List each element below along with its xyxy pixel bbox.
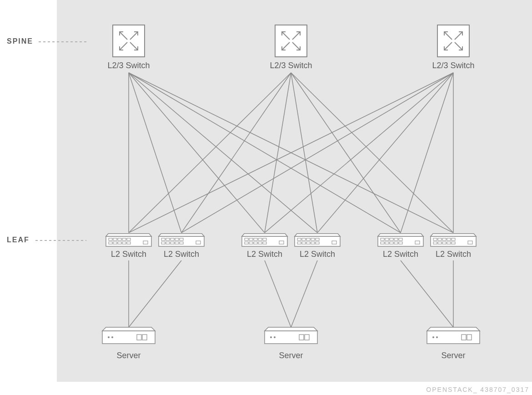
spine-switch <box>275 25 307 57</box>
leaf-switch <box>431 234 476 246</box>
leaf-switch <box>159 234 204 246</box>
link-leaf-server <box>401 260 453 327</box>
server-layer: ServerServerServer <box>102 327 480 360</box>
link-spine-leaf <box>265 73 453 233</box>
spine-layer: L2/3 SwitchL2/3 SwitchL2/3 Switch <box>107 25 474 70</box>
leaf-switch-label: L2 Switch <box>383 250 418 259</box>
link-spine-leaf <box>129 73 401 233</box>
leaf-switch-label: L2 Switch <box>111 250 146 259</box>
leaf-switch <box>295 234 340 246</box>
link-spine-leaf <box>291 73 453 233</box>
link-spine-leaf <box>291 73 317 233</box>
leaf-switch-label: L2 Switch <box>300 250 335 259</box>
link-spine-leaf <box>265 73 291 233</box>
link-spine-leaf <box>291 73 401 233</box>
links-spine-leaf <box>129 73 453 233</box>
server <box>427 327 480 344</box>
spine-switch <box>437 25 469 57</box>
server-label: Server <box>116 351 141 360</box>
leaf-switch <box>378 234 423 246</box>
link-spine-leaf <box>181 73 291 233</box>
link-leaf-server <box>291 260 317 327</box>
leaf-switch-label: L2 Switch <box>436 250 471 259</box>
link-spine-leaf <box>129 73 291 233</box>
server <box>102 327 155 344</box>
link-spine-leaf <box>129 73 181 233</box>
spine-switch-label: L2/3 Switch <box>107 61 150 70</box>
spine-switch <box>113 25 145 57</box>
leaf-switch-label: L2 Switch <box>247 250 282 259</box>
topology-svg: L2/3 SwitchL2/3 SwitchL2/3 Switch L2 Swi… <box>0 0 532 395</box>
link-spine-leaf <box>401 73 453 233</box>
leaf-switch <box>242 234 287 246</box>
spine-switch-label: L2/3 Switch <box>432 61 474 70</box>
leaf-switch <box>106 234 151 246</box>
leaf-switch-label: L2 Switch <box>164 250 199 259</box>
server <box>265 327 317 344</box>
server-label: Server <box>441 351 465 360</box>
link-spine-leaf <box>129 73 317 233</box>
leaf-layer: L2 SwitchL2 SwitchL2 SwitchL2 SwitchL2 S… <box>106 234 476 259</box>
link-leaf-server <box>129 260 181 327</box>
server-label: Server <box>279 351 303 360</box>
link-leaf-server <box>265 260 291 327</box>
spine-switch-label: L2/3 Switch <box>270 61 312 70</box>
link-spine-leaf <box>181 73 453 233</box>
links-leaf-server <box>129 260 453 327</box>
link-spine-leaf <box>317 73 453 233</box>
link-spine-leaf <box>129 73 265 233</box>
